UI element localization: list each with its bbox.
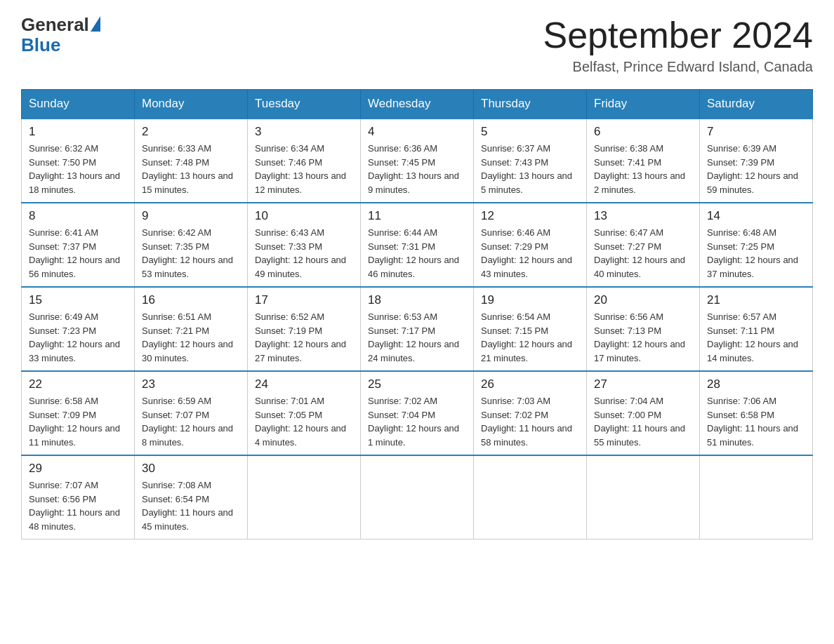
day-number: 21 [707, 293, 805, 307]
day-info: Sunrise: 7:07 AMSunset: 6:56 PMDaylight:… [29, 478, 127, 533]
calendar-day-24: 24Sunrise: 7:01 AMSunset: 7:05 PMDayligh… [248, 371, 361, 455]
day-number: 27 [594, 377, 692, 391]
day-info: Sunrise: 6:57 AMSunset: 7:11 PMDaylight:… [707, 310, 805, 365]
page-header: General Blue September 2024 Belfast, Pri… [21, 14, 813, 75]
calendar-day-19: 19Sunrise: 6:54 AMSunset: 7:15 PMDayligh… [474, 287, 587, 371]
day-number: 5 [481, 125, 579, 139]
calendar-body: 1Sunrise: 6:32 AMSunset: 7:50 PMDaylight… [22, 119, 813, 539]
calendar-week-2: 8Sunrise: 6:41 AMSunset: 7:37 PMDaylight… [22, 203, 813, 287]
calendar-day-27: 27Sunrise: 7:04 AMSunset: 7:00 PMDayligh… [587, 371, 700, 455]
day-number: 12 [481, 209, 579, 223]
calendar-day-8: 8Sunrise: 6:41 AMSunset: 7:37 PMDaylight… [22, 203, 135, 287]
calendar-day-21: 21Sunrise: 6:57 AMSunset: 7:11 PMDayligh… [700, 287, 813, 371]
calendar-day-14: 14Sunrise: 6:48 AMSunset: 7:25 PMDayligh… [700, 203, 813, 287]
calendar-day-10: 10Sunrise: 6:43 AMSunset: 7:33 PMDayligh… [248, 203, 361, 287]
day-info: Sunrise: 6:51 AMSunset: 7:21 PMDaylight:… [142, 310, 240, 365]
month-year-title: September 2024 [543, 14, 814, 56]
calendar-day-3: 3Sunrise: 6:34 AMSunset: 7:46 PMDaylight… [248, 119, 361, 203]
day-number: 26 [481, 377, 579, 391]
calendar-table: SundayMondayTuesdayWednesdayThursdayFrid… [21, 89, 813, 539]
calendar-day-1: 1Sunrise: 6:32 AMSunset: 7:50 PMDaylight… [22, 119, 135, 203]
day-info: Sunrise: 6:58 AMSunset: 7:09 PMDaylight:… [29, 394, 127, 449]
day-info: Sunrise: 6:47 AMSunset: 7:27 PMDaylight:… [594, 226, 692, 281]
day-info: Sunrise: 6:39 AMSunset: 7:39 PMDaylight:… [707, 142, 805, 196]
day-number: 22 [29, 377, 127, 391]
calendar-day-22: 22Sunrise: 6:58 AMSunset: 7:09 PMDayligh… [22, 371, 135, 455]
day-info: Sunrise: 7:04 AMSunset: 7:00 PMDaylight:… [594, 394, 692, 449]
day-info: Sunrise: 7:01 AMSunset: 7:05 PMDaylight:… [255, 394, 353, 449]
logo-general-text: General [21, 14, 89, 36]
calendar-day-30: 30Sunrise: 7:08 AMSunset: 6:54 PMDayligh… [135, 455, 248, 539]
calendar-day-4: 4Sunrise: 6:36 AMSunset: 7:45 PMDaylight… [361, 119, 474, 203]
weekday-header-tuesday: Tuesday [248, 90, 361, 119]
day-info: Sunrise: 7:06 AMSunset: 6:58 PMDaylight:… [707, 394, 805, 449]
day-info: Sunrise: 6:34 AMSunset: 7:46 PMDaylight:… [255, 142, 353, 196]
day-number: 20 [594, 293, 692, 307]
location-subtitle: Belfast, Prince Edward Island, Canada [543, 59, 814, 75]
calendar-day-6: 6Sunrise: 6:38 AMSunset: 7:41 PMDaylight… [587, 119, 700, 203]
calendar-day-9: 9Sunrise: 6:42 AMSunset: 7:35 PMDaylight… [135, 203, 248, 287]
day-info: Sunrise: 6:43 AMSunset: 7:33 PMDaylight:… [255, 226, 353, 281]
calendar-day-29: 29Sunrise: 7:07 AMSunset: 6:56 PMDayligh… [22, 455, 135, 539]
logo: General Blue [21, 14, 100, 56]
weekday-header-sunday: Sunday [22, 90, 135, 119]
calendar-day-28: 28Sunrise: 7:06 AMSunset: 6:58 PMDayligh… [700, 371, 813, 455]
calendar-empty-cell [248, 455, 361, 539]
day-info: Sunrise: 6:54 AMSunset: 7:15 PMDaylight:… [481, 310, 579, 365]
day-info: Sunrise: 6:38 AMSunset: 7:41 PMDaylight:… [594, 142, 692, 196]
calendar-week-3: 15Sunrise: 6:49 AMSunset: 7:23 PMDayligh… [22, 287, 813, 371]
calendar-day-5: 5Sunrise: 6:37 AMSunset: 7:43 PMDaylight… [474, 119, 587, 203]
day-number: 19 [481, 293, 579, 307]
calendar-empty-cell [474, 455, 587, 539]
calendar-day-13: 13Sunrise: 6:47 AMSunset: 7:27 PMDayligh… [587, 203, 700, 287]
day-info: Sunrise: 6:42 AMSunset: 7:35 PMDaylight:… [142, 226, 240, 281]
day-number: 23 [142, 377, 240, 391]
weekday-header-thursday: Thursday [474, 90, 587, 119]
day-number: 7 [707, 125, 805, 139]
day-number: 8 [29, 209, 127, 223]
day-number: 10 [255, 209, 353, 223]
day-info: Sunrise: 6:49 AMSunset: 7:23 PMDaylight:… [29, 310, 127, 365]
day-info: Sunrise: 6:41 AMSunset: 7:37 PMDaylight:… [29, 226, 127, 281]
day-number: 18 [368, 293, 466, 307]
weekday-header-friday: Friday [587, 90, 700, 119]
calendar-day-2: 2Sunrise: 6:33 AMSunset: 7:48 PMDaylight… [135, 119, 248, 203]
day-number: 17 [255, 293, 353, 307]
calendar-empty-cell [700, 455, 813, 539]
weekday-header-wednesday: Wednesday [361, 90, 474, 119]
calendar-day-20: 20Sunrise: 6:56 AMSunset: 7:13 PMDayligh… [587, 287, 700, 371]
calendar-day-12: 12Sunrise: 6:46 AMSunset: 7:29 PMDayligh… [474, 203, 587, 287]
calendar-day-15: 15Sunrise: 6:49 AMSunset: 7:23 PMDayligh… [22, 287, 135, 371]
day-number: 29 [29, 462, 127, 476]
calendar-week-4: 22Sunrise: 6:58 AMSunset: 7:09 PMDayligh… [22, 371, 813, 455]
logo-triangle-icon [91, 16, 100, 32]
day-info: Sunrise: 6:52 AMSunset: 7:19 PMDaylight:… [255, 310, 353, 365]
day-number: 3 [255, 125, 353, 139]
day-number: 28 [707, 377, 805, 391]
day-info: Sunrise: 6:36 AMSunset: 7:45 PMDaylight:… [368, 142, 466, 196]
day-number: 2 [142, 125, 240, 139]
calendar-empty-cell [587, 455, 700, 539]
calendar-day-18: 18Sunrise: 6:53 AMSunset: 7:17 PMDayligh… [361, 287, 474, 371]
day-info: Sunrise: 6:33 AMSunset: 7:48 PMDaylight:… [142, 142, 240, 196]
calendar-header: SundayMondayTuesdayWednesdayThursdayFrid… [22, 90, 813, 119]
day-info: Sunrise: 6:44 AMSunset: 7:31 PMDaylight:… [368, 226, 466, 281]
day-number: 15 [29, 293, 127, 307]
day-info: Sunrise: 6:59 AMSunset: 7:07 PMDaylight:… [142, 394, 240, 449]
calendar-week-5: 29Sunrise: 7:07 AMSunset: 6:56 PMDayligh… [22, 455, 813, 539]
weekday-header-monday: Monday [135, 90, 248, 119]
day-info: Sunrise: 6:37 AMSunset: 7:43 PMDaylight:… [481, 142, 579, 196]
title-section: September 2024 Belfast, Prince Edward Is… [543, 14, 814, 75]
day-number: 24 [255, 377, 353, 391]
day-info: Sunrise: 6:48 AMSunset: 7:25 PMDaylight:… [707, 226, 805, 281]
day-number: 13 [594, 209, 692, 223]
day-number: 30 [142, 462, 240, 476]
calendar-day-26: 26Sunrise: 7:03 AMSunset: 7:02 PMDayligh… [474, 371, 587, 455]
calendar-day-23: 23Sunrise: 6:59 AMSunset: 7:07 PMDayligh… [135, 371, 248, 455]
day-info: Sunrise: 6:56 AMSunset: 7:13 PMDaylight:… [594, 310, 692, 365]
day-info: Sunrise: 7:03 AMSunset: 7:02 PMDaylight:… [481, 394, 579, 449]
day-number: 6 [594, 125, 692, 139]
day-info: Sunrise: 7:02 AMSunset: 7:04 PMDaylight:… [368, 394, 466, 449]
logo-blue-text: Blue [21, 34, 60, 56]
weekday-row: SundayMondayTuesdayWednesdayThursdayFrid… [22, 90, 813, 119]
